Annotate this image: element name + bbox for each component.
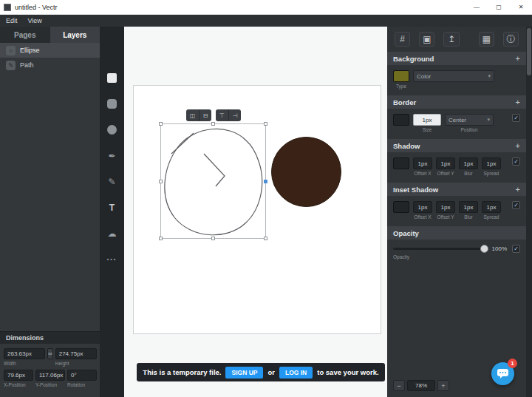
- left-panel: Pages Layers ○ Ellipse ✎ Path Dimensions…: [0, 27, 100, 397]
- rectangle-tool[interactable]: [100, 65, 124, 91]
- selection-box[interactable]: [160, 123, 266, 239]
- handle-e[interactable]: [264, 180, 267, 183]
- tool-strip: ✒ ✎ T ☁ •••: [100, 27, 124, 397]
- add-shadow-button[interactable]: +: [516, 141, 520, 150]
- layer-item-ellipse[interactable]: ○ Ellipse: [0, 43, 100, 58]
- height-label: Height: [55, 361, 97, 366]
- shadow-color-swatch[interactable]: [393, 157, 409, 169]
- border-color-swatch[interactable]: [393, 114, 409, 126]
- rotation-field[interactable]: 0°: [67, 370, 97, 381]
- inset-shadow-offset-x-field[interactable]: 1px: [413, 201, 432, 213]
- inset-shadow-blur-field[interactable]: 1px: [459, 201, 478, 213]
- shadow-spread-field[interactable]: 1px: [482, 157, 501, 169]
- border-position-dropdown[interactable]: Center ▾: [445, 114, 494, 126]
- vertical-scrollbar[interactable]: [526, 27, 532, 397]
- flip-vertical-icon[interactable]: ⊟: [199, 109, 211, 121]
- inset-shadow-section-header: Inset Shadow +: [387, 183, 526, 196]
- pen-tool[interactable]: ✒: [100, 143, 124, 169]
- zoom-in-button[interactable]: +: [437, 380, 449, 391]
- shadow-title: Shadow: [393, 142, 420, 150]
- width-label: Width: [4, 361, 45, 366]
- notice-suffix: to save your work.: [317, 368, 378, 376]
- border-size-field[interactable]: 1px: [413, 114, 441, 126]
- opacity-value: 100%: [492, 245, 507, 252]
- ellipse-layer-icon: ○: [6, 46, 16, 55]
- minimize-button[interactable]: —: [466, 0, 488, 14]
- handle-ne[interactable]: [264, 122, 267, 126]
- text-tool[interactable]: T: [100, 194, 124, 220]
- dimensions-title: Dimensions: [0, 331, 100, 344]
- tab-layers[interactable]: Layers: [50, 27, 100, 43]
- inset-shadow-enabled-checkbox[interactable]: ✓: [512, 201, 520, 209]
- y-position-field[interactable]: 117.06px: [35, 370, 65, 381]
- path-shape[interactable]: [161, 124, 265, 238]
- align-top-icon[interactable]: ⊤: [216, 109, 228, 121]
- sign-up-button[interactable]: SIGN UP: [225, 367, 263, 379]
- x-position-field[interactable]: 79.6px: [4, 370, 33, 381]
- close-button[interactable]: ✕: [510, 0, 532, 14]
- menubar: Edit View: [0, 15, 532, 27]
- rectangle-icon: [107, 73, 117, 83]
- background-type-dropdown[interactable]: Color ▾: [413, 70, 494, 82]
- handle-s[interactable]: [211, 237, 215, 240]
- border-title: Border: [393, 98, 416, 106]
- notice-text: This is a temporary file.: [143, 368, 221, 376]
- menu-view[interactable]: View: [28, 17, 42, 24]
- chat-icon: [497, 369, 508, 379]
- handle-w[interactable]: [159, 180, 163, 183]
- info-icon[interactable]: ⓘ: [503, 32, 519, 47]
- add-border-button[interactable]: +: [516, 98, 520, 106]
- more-icon: •••: [107, 257, 117, 262]
- add-background-button[interactable]: +: [516, 54, 520, 63]
- handle-se[interactable]: [264, 237, 267, 240]
- cloud-upload-tool[interactable]: ☁: [100, 220, 124, 246]
- inset-shadow-offset-y-field[interactable]: 1px: [436, 201, 455, 213]
- shadow-offset-x-field[interactable]: 1px: [413, 157, 432, 169]
- opacity-slider-knob[interactable]: [480, 245, 488, 253]
- opacity-enabled-checkbox[interactable]: ✓: [512, 245, 520, 253]
- shadow-offset-y-field[interactable]: 1px: [436, 157, 455, 169]
- shadow-enabled-checkbox[interactable]: ✓: [512, 157, 520, 166]
- zoom-out-button[interactable]: −: [393, 380, 405, 391]
- handle-sw[interactable]: [159, 237, 163, 240]
- share-icon[interactable]: ▦: [479, 32, 494, 47]
- opacity-title: Opacity: [393, 229, 419, 237]
- inset-shadow-spread-field[interactable]: 1px: [482, 201, 501, 213]
- layer-item-path[interactable]: ✎ Path: [0, 58, 100, 72]
- lock-aspect-icon[interactable]: ∞: [47, 348, 53, 359]
- handle-nw[interactable]: [159, 122, 163, 126]
- chevron-down-icon: ▾: [482, 117, 490, 123]
- rounded-rectangle-tool[interactable]: [100, 91, 124, 117]
- tab-pages[interactable]: Pages: [0, 27, 50, 43]
- flip-horizontal-icon[interactable]: ◫: [186, 109, 199, 121]
- canvas-area[interactable]: ◫ ⊟ ⊤ ⊣ This is a temporary file. SIGN U…: [124, 27, 387, 397]
- align-left-icon[interactable]: ⊣: [228, 109, 241, 121]
- pencil-tool[interactable]: ✎: [100, 169, 124, 194]
- shadow-blur-field[interactable]: 1px: [459, 157, 478, 169]
- window-controls: — ▢ ✕: [466, 0, 532, 14]
- scrollbar-thumb[interactable]: [527, 28, 531, 75]
- height-field[interactable]: 274.75px: [55, 348, 97, 359]
- inset-shadow-color-swatch[interactable]: [393, 201, 409, 213]
- cloud-icon: ☁: [108, 228, 117, 239]
- dimensions-panel: Dimensions 263.63px Width ∞ 274.75px Hei…: [0, 331, 100, 397]
- opacity-slider[interactable]: [393, 248, 487, 250]
- zoom-level-field[interactable]: 78%: [407, 380, 435, 391]
- maximize-button[interactable]: ▢: [488, 0, 510, 14]
- duplicate-icon[interactable]: ▣: [419, 32, 434, 47]
- width-field[interactable]: 263.63px: [4, 348, 45, 359]
- app-icon: [4, 4, 11, 11]
- handle-n[interactable]: [211, 122, 215, 126]
- notice-or: or: [267, 368, 275, 376]
- menu-edit[interactable]: Edit: [6, 17, 18, 24]
- add-inset-shadow-button[interactable]: +: [516, 185, 520, 194]
- export-icon[interactable]: ↥: [443, 32, 459, 47]
- background-color-swatch[interactable]: [393, 70, 409, 82]
- ellipse-shape[interactable]: [270, 136, 342, 208]
- snap-grid-icon[interactable]: #: [395, 32, 410, 47]
- ellipse-tool[interactable]: [100, 117, 124, 143]
- log-in-button[interactable]: LOG IN: [279, 367, 313, 379]
- border-enabled-checkbox[interactable]: ✓: [512, 114, 520, 122]
- chat-launcher[interactable]: 1: [491, 362, 514, 385]
- more-tools-button[interactable]: •••: [100, 246, 124, 272]
